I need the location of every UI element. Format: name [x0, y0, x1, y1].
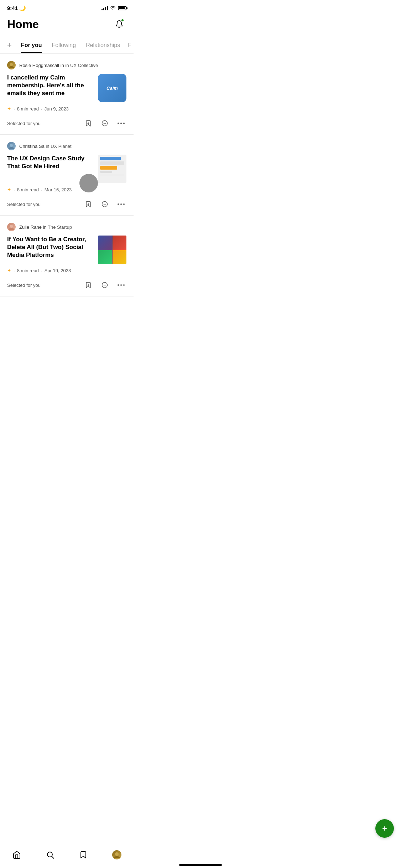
more-button[interactable]: [116, 118, 126, 129]
meta-dot: ·: [14, 268, 15, 273]
svg-point-14: [120, 203, 122, 205]
article-date: Jun 9, 2023: [45, 106, 69, 112]
bookmark-plus-icon: [85, 120, 92, 127]
svg-point-16: [10, 225, 13, 228]
meta-dot2: ·: [41, 187, 42, 192]
publication-name: UX Planet: [51, 144, 72, 149]
notification-button[interactable]: [112, 17, 126, 31]
bookmark-button[interactable]: [83, 199, 94, 210]
article-card: Christina Sa in UX Planet The UX Design …: [0, 135, 134, 216]
article-content: The UX Design Case Study That Got Me Hir…: [7, 155, 126, 183]
header: Home: [0, 14, 134, 37]
article-title[interactable]: I cancelled my Calm membership. Here's a…: [7, 74, 94, 97]
meta-dot: ·: [14, 106, 15, 112]
bookmark-button[interactable]: [83, 280, 94, 290]
minus-circle-icon: [101, 201, 108, 208]
more-dots-icon: [118, 203, 125, 205]
bookmark-plus-icon: [85, 281, 92, 289]
more-dots-icon: [118, 284, 125, 286]
bookmark-button[interactable]: [83, 118, 94, 129]
article-title[interactable]: The UX Design Case Study That Got Me Hir…: [7, 155, 94, 170]
read-time: 8 min read: [17, 268, 39, 273]
tab-more[interactable]: F: [125, 38, 134, 53]
svg-point-7: [123, 123, 125, 124]
status-bar: 9:41 🌙: [0, 0, 134, 14]
minus-circle-icon: [101, 281, 108, 289]
article-card: Zulie Rane in The Startup If You Want to…: [0, 216, 134, 296]
tab-for-you[interactable]: For you: [16, 38, 47, 53]
author-avatar: [7, 142, 16, 150]
star-icon: ✦: [7, 187, 11, 192]
svg-point-8: [10, 144, 13, 147]
svg-point-22: [120, 284, 122, 286]
svg-point-13: [118, 203, 119, 205]
article-card: Rosie Hoggmascall in in UX Collective I …: [0, 54, 134, 135]
more-dots-icon: [118, 123, 125, 124]
svg-point-5: [118, 123, 119, 124]
author-row: Christina Sa in UX Planet: [7, 142, 126, 150]
article-meta: ✦ · 8 min read · Jun 9, 2023: [7, 106, 126, 112]
status-time: 9:41 🌙: [7, 5, 26, 11]
meta-dot2: ·: [41, 268, 42, 273]
less-button[interactable]: [99, 118, 110, 129]
star-icon: ✦: [7, 268, 11, 273]
notification-dot: [121, 19, 124, 22]
article-title[interactable]: If You Want to Be a Creator, Delete All …: [7, 236, 94, 259]
meta-dot2: ·: [41, 106, 42, 112]
author-row: Rosie Hoggmascall in in UX Collective: [7, 61, 126, 69]
article-thumbnail: [98, 236, 126, 264]
author-text: Zulie Rane in The Startup: [19, 224, 72, 230]
add-tab-button[interactable]: +: [7, 37, 16, 53]
action-buttons: [83, 118, 126, 129]
author-name: Zulie Rane: [19, 224, 42, 230]
minus-circle-icon: [101, 120, 108, 127]
selected-label: Selected for you: [7, 283, 41, 288]
author-name: Christina Sa: [19, 144, 45, 149]
signal-icon: [101, 6, 108, 10]
svg-point-0: [10, 63, 13, 66]
author-text: Rosie Hoggmascall in in UX Collective: [19, 63, 98, 68]
author-in-word: in: [65, 63, 70, 68]
article-content: I cancelled my Calm membership. Here's a…: [7, 74, 126, 102]
more-button[interactable]: [116, 280, 126, 290]
main-content: Rosie Hoggmascall in in UX Collective I …: [0, 54, 134, 325]
wifi-icon: [110, 5, 116, 11]
article-text: The UX Design Case Study That Got Me Hir…: [7, 155, 94, 170]
less-button[interactable]: [99, 280, 110, 290]
author-row: Zulie Rane in The Startup: [7, 223, 126, 231]
article-thumbnail: [98, 155, 126, 183]
svg-point-6: [120, 123, 122, 124]
article-actions: Selected for you: [7, 195, 126, 215]
author-avatar: [7, 223, 16, 231]
author-text: Christina Sa in UX Planet: [19, 144, 72, 149]
svg-point-21: [118, 284, 119, 286]
status-icons: [101, 5, 126, 11]
publication-name: The Startup: [48, 224, 72, 230]
publication-name: UX Collective: [70, 63, 98, 68]
article-actions: Selected for you: [7, 276, 126, 296]
more-button[interactable]: [116, 199, 126, 210]
avatar-image: [7, 223, 16, 231]
read-time: 8 min read: [17, 187, 39, 192]
article-actions: Selected for you: [7, 114, 126, 134]
action-buttons: [83, 199, 126, 210]
article-thumbnail: Calm: [98, 74, 126, 102]
author-name: Rosie Hoggmascall: [19, 63, 59, 68]
tab-following[interactable]: Following: [47, 38, 81, 53]
selected-label: Selected for you: [7, 121, 41, 126]
less-button[interactable]: [99, 199, 110, 210]
article-text: If You Want to Be a Creator, Delete All …: [7, 236, 94, 259]
article-date: Apr 19, 2023: [45, 268, 71, 273]
page-title: Home: [7, 18, 39, 31]
article-meta: ✦ · 8 min read · Mar 16, 2023: [7, 187, 126, 192]
article-meta: ✦ · 8 min read · Apr 19, 2023: [7, 268, 126, 273]
author-in-word2: in: [46, 144, 51, 149]
article-text: I cancelled my Calm membership. Here's a…: [7, 74, 94, 97]
author-avatar: [7, 61, 16, 69]
action-buttons: [83, 280, 126, 290]
bookmark-plus-icon: [85, 201, 92, 208]
star-icon: ✦: [7, 106, 11, 112]
read-time: 8 min read: [17, 106, 39, 112]
article-content: If You Want to Be a Creator, Delete All …: [7, 236, 126, 264]
tab-relationships[interactable]: Relationships: [81, 38, 125, 53]
